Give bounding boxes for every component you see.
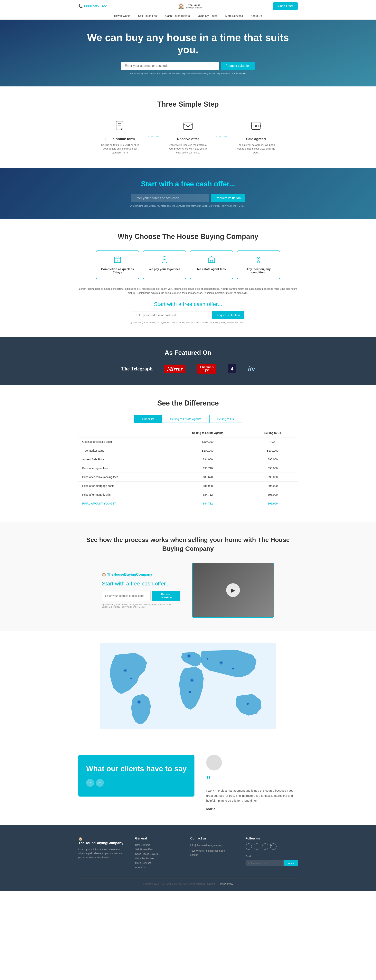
table-cell-estate: £86,988 [168,481,248,490]
footer-follow-col: Follow us f t in ▶ Email Submit [246,837,298,870]
play-button[interactable]: ▶ [226,583,240,597]
table-row: Price after agent fees £90,710 £95,000 [78,464,298,473]
svg-point-31 [219,661,223,665]
diff-tab-checklist[interactable]: Checklist [134,415,162,423]
testimonial-prev-button[interactable]: ‹ [86,779,94,787]
nav-value-my-house[interactable]: Value My House [198,14,217,18]
why-choose-request-button[interactable]: Request valuation [212,311,244,319]
why-form-title: Start with a free cash offer... [78,301,298,307]
table-cell-label: Price after mortgage costs [78,481,168,490]
testimonial-quote: I work in project management and joined … [206,788,298,803]
video-player[interactable]: ▶ [192,563,274,617]
nav-about-us[interactable]: About Us [251,14,262,18]
footer-email-form: Submit [246,860,298,866]
video-address-input[interactable] [102,591,151,601]
footer-link-cash-buyers[interactable]: Cash House Buyers [135,853,179,855]
logo-text: TheHouse [186,3,203,6]
video-request-button[interactable]: Request valuation [152,591,180,601]
table-cell-us: £95,000 [248,499,298,508]
table-cell-label: True market value [78,446,168,455]
nav-more-services[interactable]: More Services [225,14,243,18]
video-disclaimer: By Submitting Your Details, You Agree Th… [102,603,180,608]
table-row: FINAL AMOUNT YOU GET £84,712 £95,000 [78,499,298,508]
youtube-icon[interactable]: ▶ [270,843,276,850]
table-header-us: Selling to Us [248,429,298,438]
mirror-logo: Mirror [164,364,185,373]
table-cell-label: FINAL AMOUNT YOU GET [78,499,168,508]
hero-form: Request valuation [78,62,298,70]
svg-rect-0 [116,121,123,130]
logo-subtext: Buying Company [186,6,203,9]
cash-offer-header-button[interactable]: Cash Offer [273,2,298,10]
feature-no-agent-fees: No estate agent fees [190,250,233,279]
why-choose-heading: Why Choose The House Buying Company [78,232,298,241]
table-row: Agreed Sale Price £94,000 £95,000 [78,455,298,464]
feature-no-agent-title: No estate agent fees [194,267,229,270]
cash-offer-address-input[interactable] [131,194,209,202]
table-cell-estate: £100,000 [168,446,248,455]
table-cell-estate: £84,712 [168,499,248,508]
table-header-label [78,429,168,438]
footer-follow-heading: Follow us [246,837,298,840]
nav-cash-house-buyers[interactable]: Cash House Buyers [165,14,190,18]
linkedin-icon[interactable]: in [262,843,268,850]
cash-offer-request-button[interactable]: Request valuation [211,194,245,202]
footer-logo: 🏠 TheHouseBuyingCompany [78,837,124,845]
copyright-text: Copyright 2020 THE HOUSE BUYING COMPANY.… [143,882,216,885]
reviewer-avatar [206,755,222,770]
step-1-icon [112,118,128,134]
table-row: Price after conveyancing fees £88,670 £9… [78,473,298,481]
feature-completion: 7 Completion as quick as 7 days [96,250,139,279]
channel4-logo: 4 [228,364,236,373]
table-cell-us: £95,000 [248,455,298,464]
why-choose-form: Request valuation [78,311,298,319]
phone-number[interactable]: 📞 0800 5851322 [78,4,107,8]
three-steps-section: Three Simple Step Fill in online form Ca… [0,86,376,169]
logo[interactable]: 🏠 TheHouse Buying Company [178,3,203,10]
table-row: Price after mortgage costs £86,988 £95,0… [78,481,298,490]
footer-link-how-it-works[interactable]: How It Works [135,843,179,846]
feature-any-location-title: Any location, any condition! [241,267,276,274]
telegraph-logo: The Telegraph [121,366,152,372]
footer-about-text: Lorem ipsum dolor sit amet, consectetur … [78,848,124,859]
twitter-icon[interactable]: t [254,843,260,850]
hero-address-input[interactable] [121,62,219,70]
testimonial-next-button[interactable]: › [96,779,104,787]
diff-tab-estate-agents[interactable]: Selling to Estate Agents [162,415,209,423]
svg-point-35 [207,658,208,660]
why-lorem-text: Lorem ipsum dolor sit amet, consectetur … [78,287,298,295]
table-cell-estate: £84,712 [168,490,248,499]
table-cell-label: Price after conveyancing fees [78,473,168,481]
media-logos: The Telegraph Mirror Channel 5TV 4 itv [78,364,298,374]
difference-section: See the Difference Checklist Selling to … [0,385,376,522]
hero-request-valuation-button[interactable]: Request valuation [221,62,255,70]
footer-general-col: General How It Works Sell House Fast Cas… [135,837,179,870]
step-3-icon: SOLD [248,118,264,134]
facebook-icon[interactable]: f [246,843,252,850]
difference-table: Selling to Estate Agents Selling to Us O… [78,429,298,508]
table-cell-estate: £90,710 [168,464,248,473]
footer-link-sell-house-fast[interactable]: Sell House Fast [135,848,179,851]
footer-link-services[interactable]: More Services [135,861,179,864]
nav-how-it-works[interactable]: How It Works [114,14,130,18]
table-row: True market value £100,000 £100,000 [78,446,298,455]
step-3-title: Sale agreed [235,137,278,141]
footer-bottom: Copyright 2020 THE HOUSE BUYING COMPANY.… [78,878,298,885]
diff-tab-selling-to-us[interactable]: Selling to Us [209,415,242,423]
why-choose-address-input[interactable] [132,311,210,319]
featured-on-heading: As Featured On [78,349,298,356]
diff-tabs: Checklist Selling to Estate Agents Selli… [78,415,298,423]
footer-link-value-house[interactable]: Value My House [135,857,179,860]
privacy-policy-link[interactable]: Privacy policy [219,882,233,885]
table-cell-us: £95,000 [248,464,298,473]
footer-email-input[interactable] [246,860,284,866]
svg-point-32 [232,668,234,670]
nav-sell-house-fast[interactable]: Sell House Fast [138,14,157,18]
cash-offer-disclaimer: By Submitting Your Details, You Agree Th… [78,205,298,207]
table-cell-estate: £88,670 [168,473,248,481]
step-2-desc: Once we've received the details of your … [167,143,209,154]
table-cell-us: N/A [248,437,298,446]
footer-link-about[interactable]: About Us [135,866,179,869]
step-2: Receive offer Once we've received the de… [167,118,209,154]
footer-email-submit-button[interactable]: Submit [284,860,298,866]
